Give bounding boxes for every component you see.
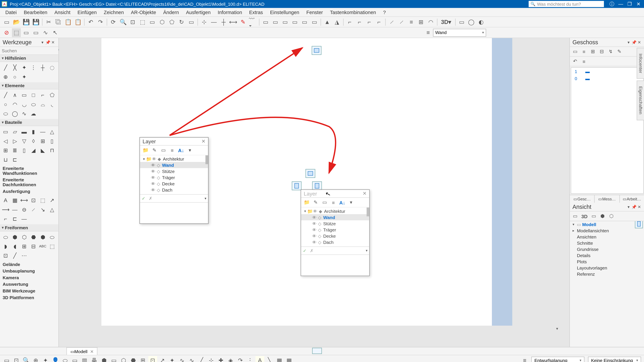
lp1-tb-2[interactable]: ✎ [150,146,159,154]
el-circ[interactable]: ○ [1,99,10,109]
win6-icon[interactable]: ▭ [310,17,319,26]
arc-icon[interactable]: ◠ [426,17,435,26]
panel-close-icon[interactable]: ✕ [50,40,56,44]
layer-panel-2-close[interactable]: ✕ [362,191,366,196]
dock-target-cross[interactable] [291,181,322,190]
new-file-icon[interactable]: ▭ [2,17,11,26]
el-pline[interactable]: ∧ [10,90,20,99]
floor-1[interactable]: 1 [575,69,585,74]
array-icon[interactable]: ⊞ [416,17,426,26]
menu-fenster[interactable]: Fenster [303,9,326,15]
layer-panel-1-close[interactable]: ✕ [202,138,206,144]
lp2-item-traeger[interactable]: Träger [323,227,336,232]
ansicht-details[interactable]: Details [577,253,590,258]
bt-slab[interactable]: ▬ [20,127,29,136]
lp2-item-stuetze[interactable]: Stütze [323,221,336,226]
ff-14[interactable]: ╱ [10,251,20,260]
win1-icon[interactable]: ▭ [261,17,270,26]
bt-x3[interactable]: ⊓ [47,146,56,155]
shape3-icon[interactable]: ◐ [477,17,486,26]
section-plattformen[interactable]: 3D Plattformen [0,294,58,301]
menu-aendern[interactable]: Ändern [160,9,182,15]
shape1-icon[interactable]: ▭ [457,17,466,26]
menu-extras[interactable]: Extras [246,9,266,15]
open-icon[interactable]: 📂 [12,17,21,26]
save-icon[interactable]: 💾 [22,17,30,26]
lp2-item-decke[interactable]: Decke [323,233,336,238]
tab-messen[interactable]: ▭ Mess… [595,195,620,203]
bt-27[interactable]: A [256,356,264,362]
menu-ansicht[interactable]: Ansicht [51,9,74,15]
section-erw-wand[interactable]: Erweiterte Wandfunktionen [0,165,58,177]
dock-target-top[interactable] [312,46,322,55]
mirror2-icon[interactable]: ◮ [332,17,342,26]
af-t2[interactable]: ⟶ [1,205,10,214]
lp2-combo[interactable]: ▾ [317,249,368,253]
ff-15[interactable]: ⋯ [20,251,29,260]
ansicht-dock-icon[interactable] [635,221,643,228]
ff-8[interactable]: ◖ [10,242,20,251]
af-t1[interactable]: ↗ [47,196,56,205]
gt-2[interactable]: ≡ [580,48,588,56]
bt-21[interactable]: ╱ [197,356,206,362]
lp2-filter-on-icon[interactable]: ✓ [303,248,310,253]
pick-icon[interactable]: ↖ [51,28,60,37]
el-line[interactable]: ╱ [1,90,10,99]
win4-icon[interactable]: ▭ [290,17,299,26]
info-icon[interactable]: ⓘ [608,1,616,7]
bt-23[interactable]: ✚ [216,356,226,362]
lp2-tb-5[interactable]: A↓ [338,198,346,206]
zoom-icon[interactable]: 🔍 [119,17,128,26]
el-spl[interactable]: ∿ [20,109,29,118]
hl-tool-9[interactable]: ✦ [20,72,29,81]
geschoss-dd-icon[interactable]: ▾ [626,40,632,44]
menu-information[interactable]: Information [214,9,246,15]
bt-roof2[interactable]: ◁ [1,136,10,145]
cut-icon[interactable]: ✂ [44,17,53,26]
canvas[interactable]: ▾ Layer✕ 📁✎▭≡A↓▾ ▾📁👁◆Architektur [59,38,569,347]
gt2-1[interactable]: ↶ [571,57,580,65]
ff-7[interactable]: ◗ [1,242,10,251]
menu-tastenkombinationen[interactable]: Tastenkombinationen [326,9,380,15]
maximize-button[interactable]: ❐ [625,1,634,7]
bt-x2[interactable]: ◣ [38,146,47,155]
lp1-filter-off-icon[interactable]: ✗ [149,196,156,201]
lp1-combo[interactable]: ▾ [156,196,206,200]
bt-30[interactable]: ▦ [285,356,294,362]
gt-4[interactable]: ⊟ [597,48,606,56]
regen-icon[interactable]: ⟳ [109,17,118,26]
minimize-button[interactable]: — [616,1,625,7]
bt-col[interactable]: ▮ [29,127,38,136]
dock-target-center-top[interactable] [306,169,315,178]
bt-wall[interactable]: ▭ [1,127,10,136]
bt-7[interactable]: ⬭ [61,356,70,362]
bt-roof3[interactable]: ▷ [10,136,20,145]
bt-wall2[interactable]: ▱ [10,127,20,136]
ansicht-plots[interactable]: Plots [577,259,587,264]
af-t9[interactable]: ⊏ [10,214,20,223]
box-icon[interactable]: ▭ [148,17,157,26]
planning-phase-selector[interactable]: Entwurfsplanung [531,357,584,362]
af-hatch[interactable]: ▦ [10,196,20,205]
ansicht-modell[interactable]: Modell [582,222,596,227]
hl-tool-5[interactable]: ┼ [38,63,47,72]
side-tab-eigenschaften[interactable]: Eigenschaften [636,80,644,120]
dock-left-icon[interactable] [292,181,302,190]
win5-icon[interactable]: ▭ [300,17,309,26]
el-poly[interactable]: ⬠ [47,90,56,99]
shape2-icon[interactable]: ◯ [467,17,476,26]
at-4[interactable]: ⬡ [607,212,616,220]
bt-29[interactable]: ▦ [275,356,284,362]
scroll-corner[interactable]: ▾ [512,327,558,332]
lp2-item-dach[interactable]: Dach [323,240,334,245]
af-text[interactable]: A [1,196,10,205]
el-cloud[interactable]: ☁ [29,109,38,118]
layer-panel-2[interactable]: Layer✕ 📁✎▭≡A↓▾ ▾📁👁◆Architektur 👁◇Wand 👁◇… [301,189,370,276]
lp2-tb-6[interactable]: ▾ [347,198,355,206]
af-dim[interactable]: ⟷ [20,196,29,205]
af-t10[interactable]: — [20,214,29,223]
lp1-tb-1[interactable]: 📁 [142,146,150,154]
bt-1[interactable]: ▭ [2,356,11,362]
bt-x4[interactable]: ⊔ [1,155,10,164]
bt-14[interactable]: ⬣ [129,356,138,362]
